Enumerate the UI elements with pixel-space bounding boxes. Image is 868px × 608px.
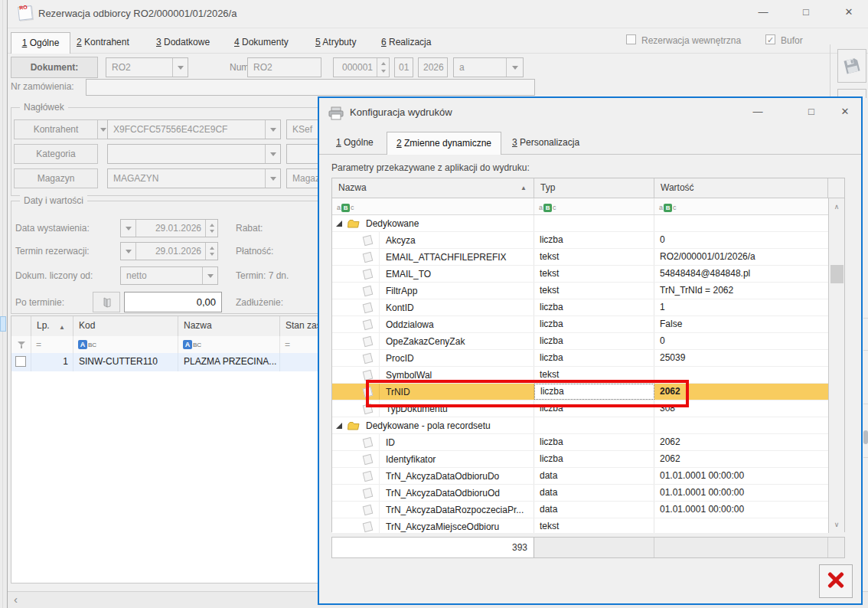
param-row[interactable]: TrN_AkcyzaDataOdbioruDo data 01.01.0001 …: [332, 468, 828, 485]
chevron-down-icon[interactable]: [506, 58, 523, 77]
param-row[interactable]: TrN_AkcyzaDataOdbioruOd data 01.01.0001 …: [332, 485, 828, 502]
scroll-left-icon[interactable]: ‹: [14, 593, 18, 606]
dialog-tab-zmienne[interactable]: 2 Zmienne dynamiczne: [387, 132, 501, 155]
expand-icon[interactable]: [336, 423, 342, 429]
chevron-down-icon[interactable]: [265, 145, 280, 163]
spinner-icon[interactable]: [377, 58, 389, 77]
kontrahent-combo[interactable]: X9FCCFC57556E4C2E9CF: [107, 119, 281, 139]
dialog-tab-ogolne[interactable]: 1 Ogólne: [336, 137, 374, 148]
param-row[interactable]: FiltrApp tekst TrN_TrNId = 2062: [332, 283, 828, 299]
param-value: 25039: [654, 350, 828, 366]
chevron-down-icon[interactable]: [172, 58, 188, 77]
expand-icon[interactable]: [336, 221, 342, 227]
param-row[interactable]: ProcID liczba 25039: [332, 350, 828, 367]
row-select-column-header[interactable]: [11, 316, 31, 336]
kontrahent-button[interactable]: Kontrahent: [14, 119, 98, 139]
dialog-maximize-button[interactable]: □: [800, 103, 823, 121]
param-group-row[interactable]: Dedykowane: [332, 215, 828, 232]
issue-date-picker[interactable]: 29.01.2026: [120, 219, 218, 237]
filter-typ-cell[interactable]: aBc: [534, 198, 654, 214]
param-row[interactable]: Identyfikator liczba 2062: [332, 451, 828, 468]
minimize-button[interactable]: —: [752, 3, 775, 21]
dialog-cancel-button[interactable]: [819, 564, 853, 598]
chevron-down-icon[interactable]: [121, 243, 136, 260]
chevron-down-icon[interactable]: [121, 220, 136, 237]
scroll-up-icon[interactable]: ∧: [829, 198, 844, 215]
buffer-checkbox[interactable]: ✓: [765, 34, 775, 44]
side-toolbar-edge-line: [863, 350, 868, 351]
kategoria-combo[interactable]: [107, 144, 281, 164]
side-toolbar-separator: [830, 44, 830, 96]
side-toolbar-edge-line: [863, 404, 868, 404]
filter-lp-cell[interactable]: =: [31, 336, 73, 353]
param-row[interactable]: TrN_AkcyzaDataRozpoczeciaPr... data 01.0…: [332, 502, 828, 518]
tab-realizacja[interactable]: 6 Realizacja: [381, 37, 431, 47]
magazyn-combo[interactable]: MAGAZYN: [107, 168, 281, 188]
tab-dodatkowe[interactable]: 3 Dodatkowe: [156, 37, 210, 47]
numer-year-field[interactable]: 2026: [418, 57, 448, 77]
scroll-down-icon[interactable]: ∨: [829, 516, 844, 533]
chevron-down-icon[interactable]: [265, 169, 280, 188]
ro-document-icon: RO: [18, 5, 33, 21]
param-row[interactable]: Oddzialowa liczba False: [332, 316, 828, 333]
param-row[interactable]: Akcyza liczba 0: [332, 232, 828, 249]
calc-from-combo[interactable]: netto: [120, 266, 218, 285]
chevron-down-icon[interactable]: [265, 120, 280, 139]
filter-kod-cell[interactable]: ABC: [73, 336, 178, 353]
dialog-close-button[interactable]: ✕: [834, 103, 857, 121]
param-row[interactable]: TrN_AkcyzaMiejsceOdbioru tekst: [332, 518, 828, 533]
numer-symbol-field[interactable]: RO2: [247, 57, 321, 77]
row-checkbox[interactable]: [15, 356, 26, 367]
reservation-date-picker[interactable]: 29.01.2026: [120, 242, 218, 260]
overdue-list-button[interactable]: [93, 292, 120, 312]
order-number-input[interactable]: [86, 79, 535, 96]
tab-dokumenty[interactable]: 4 Dokumenty: [234, 37, 289, 47]
overdue-amount-field[interactable]: 0,00: [124, 292, 222, 312]
dialog-minimize-button[interactable]: —: [746, 103, 769, 121]
column-header-lp[interactable]: Lp. ▲: [31, 316, 73, 336]
filter-wartosc-cell[interactable]: aBc: [654, 198, 828, 214]
tab-kontrahent[interactable]: 2 Kontrahent: [77, 37, 129, 47]
param-row[interactable]: EMAIL_TO tekst 54848484@484848.pl: [332, 266, 828, 283]
side-toolbar-edge-line: [863, 457, 868, 458]
dialog-tab-personalizacja[interactable]: 3 Personalizacja: [512, 137, 579, 148]
spinner-icon[interactable]: [205, 220, 217, 237]
param-row[interactable]: EMAIL_ATTACHFILEPREFIX tekst RO2/000001/…: [332, 249, 828, 266]
kategoria-button[interactable]: Kategoria: [14, 144, 98, 164]
grid-vertical-scrollbar[interactable]: ∧ ∨: [828, 198, 844, 533]
param-row[interactable]: OpeZakazCenyZak liczba 0: [332, 333, 828, 350]
filter-nazwa-cell[interactable]: aBc: [332, 198, 534, 214]
param-group-row[interactable]: Dedykowane - pola recordsetu: [332, 417, 828, 434]
chevron-down-icon[interactable]: [202, 267, 217, 284]
filter-nazwa-cell[interactable]: ABC: [178, 336, 280, 353]
ledger-icon: [100, 296, 113, 309]
column-label: Lp.: [37, 320, 50, 331]
numer-series-combo[interactable]: a: [453, 57, 524, 77]
grid-column-typ[interactable]: Typ: [534, 178, 654, 198]
close-button[interactable]: ✕: [837, 3, 860, 21]
spinner-icon[interactable]: [205, 243, 217, 260]
tab-atrybuty[interactable]: 5 Atrybuty: [315, 37, 356, 47]
param-row[interactable]: KontID liczba 1: [332, 299, 828, 316]
grid-header: Nazwa ▲ Typ Wartość: [332, 178, 844, 198]
magazyn-value: MAGAZYN: [108, 169, 265, 188]
document-type-combo[interactable]: RO2: [106, 57, 188, 77]
save-button[interactable]: [837, 49, 866, 83]
column-header-kod[interactable]: Kod: [73, 316, 178, 336]
filter-funnel-cell[interactable]: [11, 336, 31, 353]
tab-ogolne[interactable]: 1 Ogólne: [11, 32, 70, 54]
internal-reservation-checkbox[interactable]: [626, 34, 636, 44]
scrollbar-thumb[interactable]: [830, 265, 844, 283]
folder-icon: [348, 421, 360, 430]
grid-column-nazwa[interactable]: Nazwa ▲: [332, 178, 534, 198]
grid-column-wartosc[interactable]: Wartość: [654, 178, 828, 198]
numer-number-stepper[interactable]: 000001: [333, 57, 390, 77]
column-header-nazwa[interactable]: Nazwa: [178, 316, 280, 336]
document-type-value: RO2: [106, 58, 172, 77]
maximize-button[interactable]: □: [795, 3, 817, 21]
tab-num: 5: [315, 37, 321, 47]
param-typ: liczba: [534, 299, 654, 315]
numer-month-field[interactable]: 01: [394, 57, 413, 77]
param-row[interactable]: ID liczba 2062: [332, 434, 828, 451]
magazyn-button[interactable]: Magazyn: [14, 168, 98, 188]
